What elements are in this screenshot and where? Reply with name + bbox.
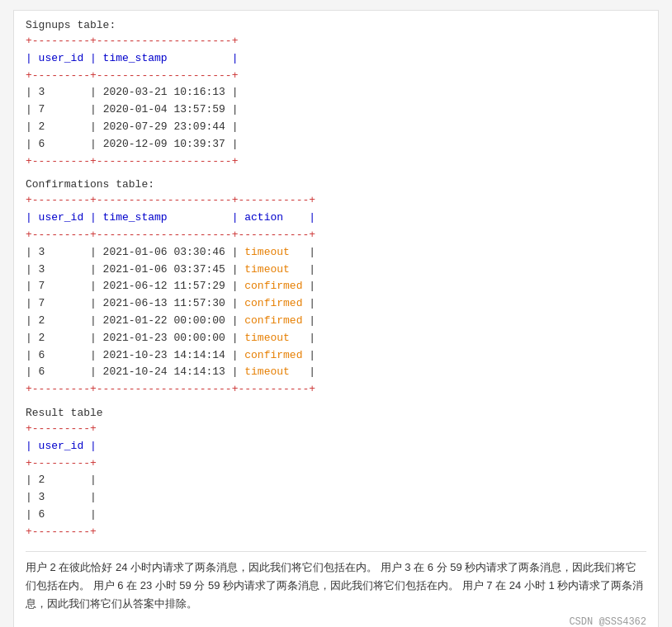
confirmations-title: Confirmations table: [26, 178, 646, 191]
conf-row-2: | 7 | 2021-06-12 11:57:29 | confirmed | [26, 278, 646, 295]
conf-row-5: | 2 | 2021-01-23 00:00:00 | timeout | [26, 330, 646, 347]
result-border-top: +---------+ [26, 421, 646, 438]
signups-border-bot: +---------+---------------------+ [26, 153, 646, 171]
result-row-1: | 3 | [26, 489, 646, 507]
signups-row-3: | 6 | 2020-12-09 10:39:37 | [26, 136, 646, 153]
signups-border-top: +---------+---------------------+ [26, 33, 646, 50]
signups-table: +---------+---------------------+ | user… [26, 33, 646, 170]
conf-border-top: +---------+---------------------+-------… [26, 192, 646, 210]
result-title: Result table [26, 407, 646, 419]
conf-row-3: | 7 | 2021-06-13 11:57:30 | confirmed | [26, 295, 646, 313]
signups-border-mid: +---------+---------------------+ [26, 68, 646, 85]
conf-border-bot: +---------+---------------------+-------… [26, 381, 646, 398]
footer-text: 用户 2 在彼此恰好 24 小时内请求了两条消息，因此我们将它们包括在内。 用户… [26, 551, 646, 613]
footer-content: 用户 2 在彼此恰好 24 小时内请求了两条消息，因此我们将它们包括在内。 用户… [26, 561, 643, 610]
conf-row-6: | 6 | 2021-10-23 14:14:14 | confirmed | [26, 347, 646, 365]
conf-row-0: | 3 | 2021-01-06 03:30:46 | timeout | [26, 244, 646, 262]
confirmations-table: +---------+---------------------+-------… [26, 192, 646, 398]
signups-title: Signups table: [26, 19, 646, 31]
signups-row-2: | 2 | 2020-07-29 23:09:44 | [26, 119, 646, 136]
conf-header: | user_id | time_stamp | action | [26, 210, 646, 227]
signups-header: | user_id | time_stamp | [26, 50, 646, 68]
conf-row-1: | 3 | 2021-01-06 03:37:45 | timeout | [26, 262, 646, 279]
signups-row-1: | 7 | 2020-01-04 13:57:59 | [26, 101, 646, 119]
signups-row-0: | 3 | 2020-03-21 10:16:13 | [26, 84, 646, 101]
confirmations-section: Confirmations table: +---------+--------… [26, 178, 646, 398]
result-header: | user_id | [26, 438, 646, 455]
result-row-2: | 6 | [26, 507, 646, 524]
result-border-bot: +---------+ [26, 524, 646, 541]
result-section: Result table +---------+ | user_id | +--… [26, 407, 646, 541]
result-row-0: | 2 | [26, 472, 646, 489]
signups-section: Signups table: +---------+--------------… [26, 19, 646, 170]
main-content: Signups table: +---------+--------------… [13, 10, 659, 627]
result-border-mid: +---------+ [26, 455, 646, 473]
conf-row-4: | 2 | 2021-01-22 00:00:00 | confirmed | [26, 313, 646, 330]
result-table: +---------+ | user_id | +---------+ | 2 … [26, 421, 646, 541]
conf-border-mid: +---------+---------------------+-------… [26, 227, 646, 244]
watermark: CSDN @SSS4362 [26, 616, 646, 627]
conf-row-7: | 6 | 2021-10-24 14:14:13 | timeout | [26, 364, 646, 381]
